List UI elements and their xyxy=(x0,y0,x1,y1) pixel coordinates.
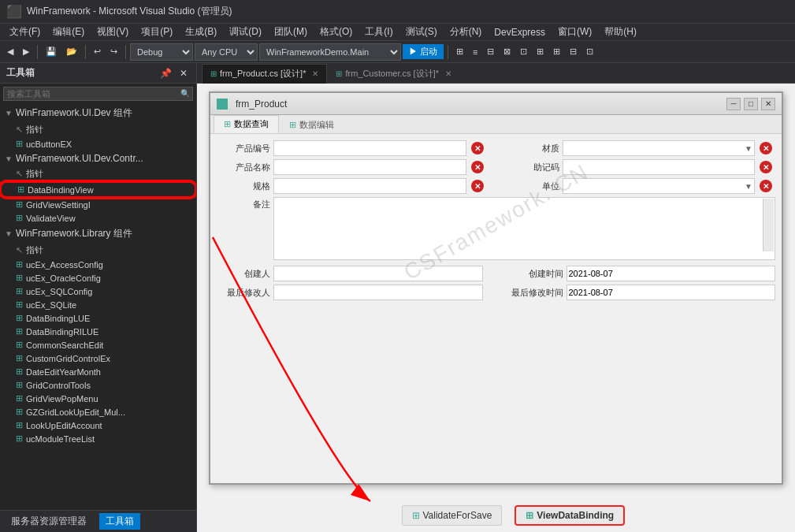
menu-format[interactable]: 格式(O) xyxy=(314,24,358,40)
clear-mnemonic[interactable]: ✕ xyxy=(756,161,775,173)
toolbox-item-databindingview[interactable]: ⊞ DataBindingView xyxy=(0,181,196,198)
clear-spec-icon[interactable]: ✕ xyxy=(471,180,484,192)
view-databinding-btn[interactable]: ⊞ ViewDataBinding xyxy=(515,505,625,526)
clear-product-name-icon[interactable]: ✕ xyxy=(471,161,484,173)
menu-view[interactable]: 视图(V) xyxy=(91,24,135,40)
project-select[interactable]: WinFrameworkDemo.Main xyxy=(259,43,401,61)
menu-window[interactable]: 窗口(W) xyxy=(552,24,598,40)
field-mnemonic[interactable] xyxy=(563,159,756,175)
toolbar-redo-btn[interactable]: ↪ xyxy=(106,44,121,59)
menu-build[interactable]: 生成(B) xyxy=(179,24,223,40)
menu-file[interactable]: 文件(F) xyxy=(3,24,46,40)
form-tab-edit[interactable]: ⊞ 数据编辑 xyxy=(279,116,344,133)
toolbox-item-pointer1[interactable]: ↖ 指针 xyxy=(0,122,196,137)
toolbox-item-ucex-oracle[interactable]: ⊞ ucEx_OracleConfig xyxy=(0,271,196,285)
toolbox-item-commonsearchedit[interactable]: ⊞ CommonSearchEdit xyxy=(0,338,196,352)
toolbox-item-ucex-sqlite[interactable]: ⊞ ucEx_SQLite xyxy=(0,298,196,311)
toolbar-extra6[interactable]: ⊞ xyxy=(533,44,548,59)
toolbar-forward-btn[interactable]: ▶ xyxy=(19,44,33,59)
toolbar-extra7[interactable]: ⊞ xyxy=(549,44,564,59)
toolbar-open-btn[interactable]: 📂 xyxy=(62,44,81,59)
clear-product-name[interactable]: ✕ xyxy=(468,161,487,173)
toolbox-item-pointer2[interactable]: ↖ 指针 xyxy=(0,166,196,181)
server-explorer-tab[interactable]: 服务器资源管理器 xyxy=(5,513,93,530)
menu-tools[interactable]: 工具(I) xyxy=(358,24,399,40)
field-memo[interactable] xyxy=(273,197,775,260)
tab-product-close[interactable]: ✕ xyxy=(312,69,318,78)
toolbox-item-customgridcontrolex[interactable]: ⊞ CustomGridControlEx xyxy=(0,352,196,365)
toolbox-group-1[interactable]: ▼ WinFramework.UI.Dev 组件 xyxy=(0,104,196,122)
tab-customer-close[interactable]: ✕ xyxy=(445,69,451,78)
field-material[interactable]: ▼ xyxy=(563,140,756,156)
menu-test[interactable]: 测试(S) xyxy=(399,24,444,40)
toolbox-item-pointer3[interactable]: ↖ 指针 xyxy=(0,243,196,258)
debug-mode-select[interactable]: Debug xyxy=(130,43,193,61)
clear-material[interactable]: ✕ xyxy=(756,142,775,154)
toolbox-pin-btn[interactable]: 📌 xyxy=(158,68,174,79)
form-tab-query[interactable]: ⊞ 数据查询 xyxy=(214,115,279,133)
form-minimize-btn[interactable]: ─ xyxy=(726,98,741,110)
toolbox-item-gzgridlookup[interactable]: ⊞ GZGridLookUpEdit_Mul... xyxy=(0,405,196,419)
toolbox-item-ucmoduletreelist[interactable]: ⊞ ucModuleTreeList xyxy=(0,432,196,445)
toolbox-item-databindingrilue[interactable]: ⊞ DataBindingRILUE xyxy=(0,325,196,338)
menu-team[interactable]: 团队(M) xyxy=(268,24,314,40)
clear-spec[interactable]: ✕ xyxy=(468,180,487,192)
menu-debug[interactable]: 调试(D) xyxy=(223,24,268,40)
toolbox-item-ucex-sql[interactable]: ⊞ ucEx_SQLConfig xyxy=(0,285,196,298)
toolbox-tab[interactable]: 工具箱 xyxy=(99,513,140,530)
toolbar-extra9[interactable]: ⊡ xyxy=(582,44,597,59)
toolbox-item-lookupaccount[interactable]: ⊞ LookUpEditAccount xyxy=(0,419,196,432)
menu-edit[interactable]: 编辑(E) xyxy=(46,24,91,40)
field-unit[interactable]: ▼ xyxy=(563,178,756,194)
toolbox-item-ucex-access[interactable]: ⊞ ucEx_AccessConfig xyxy=(0,258,196,271)
clear-product-code-icon[interactable]: ✕ xyxy=(471,142,484,154)
toolbar-undo-btn[interactable]: ↩ xyxy=(90,44,105,59)
toolbar-extra4[interactable]: ⊠ xyxy=(500,44,515,59)
toolbox-group-3[interactable]: ▼ WinFramework.Library 组件 xyxy=(0,225,196,243)
toolbar-extra3[interactable]: ⊟ xyxy=(483,44,498,59)
toolbar-extra2[interactable]: ≡ xyxy=(469,45,481,59)
field-product-name[interactable] xyxy=(273,159,466,175)
material-dropdown-arrow[interactable]: ▼ xyxy=(743,144,754,153)
cpu-select[interactable]: Any CPU xyxy=(195,43,258,61)
field-creator[interactable] xyxy=(273,266,483,281)
toolbox-item-ucbuttonex[interactable]: ⊞ ucButtonEX xyxy=(0,137,196,151)
toolbox-item-validateview[interactable]: ⊞ ValidateView xyxy=(0,211,196,225)
toolbox-close-btn[interactable]: ✕ xyxy=(177,68,190,79)
unit-dropdown-arrow[interactable]: ▼ xyxy=(743,182,754,191)
tab-product[interactable]: ⊞ frm_Product.cs [设计]* ✕ xyxy=(202,64,327,84)
clear-unit[interactable]: ✕ xyxy=(756,180,775,192)
validate-for-save-btn[interactable]: ⊞ ValidateForSave xyxy=(402,505,503,526)
toolbox-item-dateedityearmonth[interactable]: ⊞ DateEditYearMonth xyxy=(0,365,196,378)
field-modifier[interactable] xyxy=(273,285,483,300)
form-close-btn[interactable]: ✕ xyxy=(761,98,775,110)
menu-analyze[interactable]: 分析(N) xyxy=(444,24,489,40)
field-spec[interactable] xyxy=(273,178,466,194)
clear-unit-icon[interactable]: ✕ xyxy=(760,180,772,192)
clear-mnemonic-icon[interactable]: ✕ xyxy=(760,161,772,173)
menu-project[interactable]: 项目(P) xyxy=(135,24,179,40)
field-create-time[interactable] xyxy=(567,266,776,281)
clear-material-icon[interactable]: ✕ xyxy=(760,142,772,154)
toolbox-search-input[interactable] xyxy=(3,87,193,101)
toolbar-extra8[interactable]: ⊟ xyxy=(566,44,581,59)
toolbox-item-gridcontroltools[interactable]: ⊞ GridControlTools xyxy=(0,378,196,392)
toolbar-back-btn[interactable]: ◀ xyxy=(3,44,17,59)
start-button[interactable]: ▶ 启动 xyxy=(403,44,444,59)
toolbox-item-gridviewpopmenu[interactable]: ⊞ GridViewPopMenu xyxy=(0,392,196,405)
field-modify-time[interactable] xyxy=(567,285,776,300)
field-unit-input[interactable] xyxy=(563,179,744,193)
toolbox-item-databindinglue[interactable]: ⊞ DataBindingLUE xyxy=(0,311,196,325)
field-material-input[interactable] xyxy=(563,141,744,155)
clear-product-code[interactable]: ✕ xyxy=(468,142,487,154)
toolbox-group-2[interactable]: ▼ WinFramework.UI.Dev.Contr... xyxy=(0,151,196,166)
menu-devexpress[interactable]: DevExpress xyxy=(488,25,552,39)
memo-scrollbar[interactable] xyxy=(763,199,774,251)
menu-help[interactable]: 帮助(H) xyxy=(598,24,643,40)
field-product-code[interactable] xyxy=(273,140,466,156)
form-maximize-btn[interactable]: □ xyxy=(744,98,758,110)
toolbar-extra1[interactable]: ⊞ xyxy=(452,44,467,59)
toolbox-item-gridviewsettingi[interactable]: ⊞ GridViewSettingI xyxy=(0,198,196,211)
toolbar-extra5[interactable]: ⊡ xyxy=(516,44,531,59)
tab-customer[interactable]: ⊞ frm_Customer.cs [设计]* ✕ xyxy=(327,64,460,83)
